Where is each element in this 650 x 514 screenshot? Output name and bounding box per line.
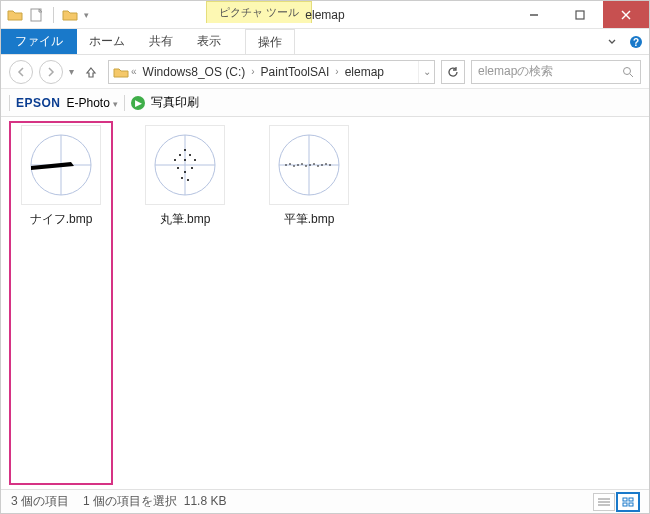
icons-view-button[interactable] bbox=[617, 493, 639, 511]
svg-rect-2 bbox=[576, 11, 584, 19]
file-item[interactable]: ナイフ.bmp bbox=[13, 125, 109, 481]
svg-point-34 bbox=[305, 165, 307, 167]
svg-point-20 bbox=[194, 159, 196, 161]
file-name: ナイフ.bmp bbox=[13, 211, 109, 228]
svg-point-19 bbox=[184, 159, 186, 161]
separator bbox=[124, 95, 125, 111]
new-folder-icon[interactable] bbox=[29, 7, 45, 23]
nav-toolbar: ▾ « Windows8_OS (C:) › PaintToolSAI › el… bbox=[1, 55, 649, 89]
svg-rect-45 bbox=[629, 498, 633, 501]
history-dropdown-icon[interactable]: ▾ bbox=[69, 66, 74, 77]
chevron-right-icon[interactable]: › bbox=[249, 66, 256, 77]
search-icon bbox=[622, 66, 634, 78]
status-bar: 3 個の項目 1 個の項目を選択 11.8 KB bbox=[1, 489, 649, 513]
svg-point-35 bbox=[309, 164, 311, 166]
breadcrumb-segment[interactable]: PaintToolSAI bbox=[257, 65, 334, 79]
file-thumbnail bbox=[21, 125, 101, 205]
minimize-button[interactable] bbox=[511, 1, 557, 28]
epson-print-button[interactable]: 写真印刷 bbox=[151, 94, 199, 111]
breadcrumb-segment[interactable]: elemap bbox=[341, 65, 388, 79]
chevron-right-icon[interactable]: › bbox=[333, 66, 340, 77]
svg-point-15 bbox=[184, 149, 186, 151]
svg-line-8 bbox=[630, 74, 633, 77]
epson-product-label[interactable]: E-Photo ▾ bbox=[67, 96, 119, 110]
file-thumbnail bbox=[145, 125, 225, 205]
svg-rect-47 bbox=[629, 503, 633, 506]
svg-point-31 bbox=[293, 165, 295, 167]
context-tab-header: ピクチャ ツール bbox=[206, 1, 312, 23]
ribbon-expand-icon[interactable] bbox=[601, 29, 623, 54]
address-bar[interactable]: « Windows8_OS (C:) › PaintToolSAI › elem… bbox=[108, 60, 435, 84]
close-button[interactable] bbox=[603, 1, 649, 28]
qat-separator bbox=[53, 7, 54, 23]
svg-point-18 bbox=[174, 159, 176, 161]
file-item[interactable]: 丸筆.bmp bbox=[137, 125, 233, 481]
svg-point-39 bbox=[325, 163, 327, 165]
svg-point-36 bbox=[313, 163, 315, 165]
folder-icon bbox=[113, 64, 129, 80]
svg-point-40 bbox=[329, 164, 331, 166]
breadcrumb-segment[interactable]: Windows8_OS (C:) bbox=[139, 65, 250, 79]
file-thumbnail bbox=[269, 125, 349, 205]
svg-rect-44 bbox=[623, 498, 627, 501]
refresh-button[interactable] bbox=[441, 60, 465, 84]
epson-toolbar: EPSON E-Photo ▾ ▶ 写真印刷 bbox=[1, 89, 649, 117]
quick-access-toolbar: ▾ bbox=[1, 1, 89, 28]
svg-point-21 bbox=[177, 167, 179, 169]
svg-point-24 bbox=[181, 177, 183, 179]
file-list[interactable]: ナイフ.bmp 丸筆.bmp bbox=[1, 117, 649, 489]
svg-point-29 bbox=[285, 164, 287, 166]
file-name: 丸筆.bmp bbox=[137, 211, 233, 228]
tab-manage[interactable]: 操作 bbox=[245, 29, 295, 54]
epson-logo: EPSON bbox=[16, 96, 61, 110]
tab-share[interactable]: 共有 bbox=[137, 29, 185, 54]
up-button[interactable] bbox=[80, 65, 102, 79]
file-name: 平筆.bmp bbox=[261, 211, 357, 228]
details-view-button[interactable] bbox=[593, 493, 615, 511]
svg-point-37 bbox=[317, 165, 319, 167]
forward-button[interactable] bbox=[39, 60, 63, 84]
svg-point-25 bbox=[187, 179, 189, 181]
file-item[interactable]: 平筆.bmp bbox=[261, 125, 357, 481]
svg-point-17 bbox=[189, 154, 191, 156]
ribbon-tabs: ファイル ホーム 共有 表示 操作 ? bbox=[1, 29, 649, 55]
address-dropdown-icon[interactable]: ⌄ bbox=[418, 61, 434, 83]
svg-point-22 bbox=[191, 167, 193, 169]
svg-rect-46 bbox=[623, 503, 627, 506]
svg-point-23 bbox=[184, 171, 186, 173]
tab-file[interactable]: ファイル bbox=[1, 29, 77, 54]
qat-dropdown-icon[interactable]: ▾ bbox=[84, 10, 89, 20]
chevron-icon[interactable]: « bbox=[129, 66, 139, 77]
maximize-button[interactable] bbox=[557, 1, 603, 28]
status-item-count: 3 個の項目 bbox=[11, 493, 69, 510]
open-folder-icon[interactable] bbox=[62, 7, 78, 23]
tab-view[interactable]: 表示 bbox=[185, 29, 233, 54]
back-button[interactable] bbox=[9, 60, 33, 84]
svg-point-7 bbox=[624, 67, 631, 74]
tab-home[interactable]: ホーム bbox=[77, 29, 137, 54]
svg-point-16 bbox=[179, 154, 181, 156]
print-icon: ▶ bbox=[131, 96, 145, 110]
status-selection: 1 個の項目を選択 11.8 KB bbox=[83, 493, 226, 510]
help-button[interactable]: ? bbox=[623, 29, 649, 54]
titlebar: ▾ ピクチャ ツール elemap bbox=[1, 1, 649, 29]
svg-point-33 bbox=[301, 163, 303, 165]
folder-icon bbox=[7, 7, 23, 23]
svg-point-30 bbox=[289, 163, 291, 165]
svg-point-38 bbox=[321, 164, 323, 166]
svg-point-32 bbox=[297, 164, 299, 166]
svg-text:?: ? bbox=[633, 37, 639, 48]
search-input[interactable]: elemapの検索 bbox=[471, 60, 641, 84]
search-placeholder: elemapの検索 bbox=[478, 63, 553, 80]
separator bbox=[9, 95, 10, 111]
